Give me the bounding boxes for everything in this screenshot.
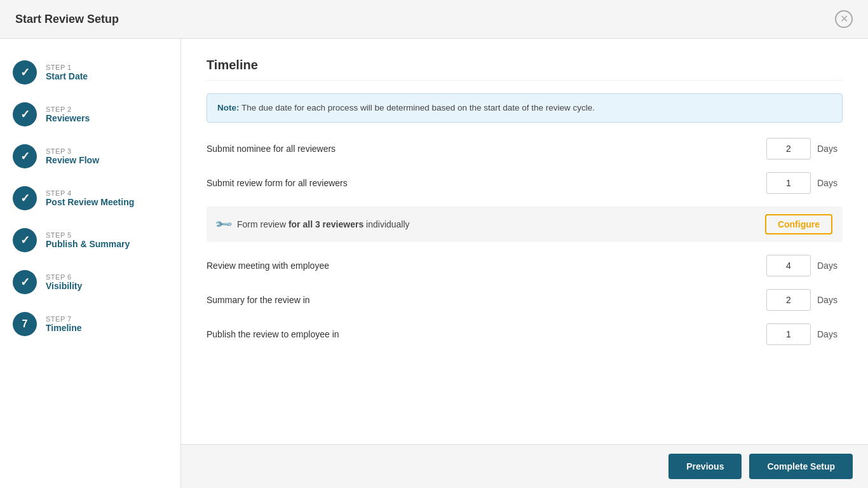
close-button[interactable]: ✕ — [835, 10, 853, 28]
sidebar-step-6[interactable]: STEP 6Visibility — [0, 261, 180, 303]
modal-header: Start Review Setup ✕ — [0, 0, 868, 39]
form-label-3: Summary for the review in — [207, 295, 766, 305]
form-label-4: Publish the review to employee in — [207, 329, 766, 339]
form-row-1: Submit review form for all reviewersDays — [207, 172, 843, 194]
sidebar-step-1[interactable]: STEP 1Start Date — [0, 51, 180, 93]
step-5-circle — [13, 228, 37, 252]
days-input-4[interactable] — [766, 323, 811, 345]
step-6-name: Visibility — [46, 281, 82, 291]
step-1-name: Start Date — [46, 71, 88, 81]
days-label-1: Days — [817, 178, 843, 188]
step-7-circle: 7 — [13, 312, 37, 336]
days-input-3[interactable] — [766, 289, 811, 311]
days-label-2: Days — [817, 261, 843, 271]
sidebar-step-2[interactable]: STEP 2Reviewers — [0, 93, 180, 135]
modal-title: Start Review Setup — [15, 13, 119, 26]
content-area: Timeline Note: The due date for each pro… — [181, 39, 868, 444]
sidebar: STEP 1Start DateSTEP 2ReviewersSTEP 3Rev… — [0, 39, 181, 488]
sidebar-step-5[interactable]: STEP 5Publish & Summary — [0, 219, 180, 261]
configure-button[interactable]: Configure — [765, 214, 832, 234]
step-1-circle — [13, 60, 37, 85]
step-1-label: STEP 1 — [46, 64, 88, 71]
step-7-label: STEP 7 — [46, 315, 82, 323]
sidebar-step-4[interactable]: STEP 4Post Review Meeting — [0, 177, 180, 219]
step-5-name: Publish & Summary — [46, 239, 130, 249]
note-prefix: Note: — [217, 103, 240, 112]
form-row-3: Summary for the review inDays — [207, 289, 843, 311]
section-title: Timeline — [207, 58, 843, 81]
main-content: Timeline Note: The due date for each pro… — [181, 39, 868, 488]
days-label-0: Days — [817, 144, 843, 154]
step-4-name: Post Review Meeting — [46, 197, 134, 207]
complete-setup-button[interactable]: Complete Setup — [749, 454, 853, 479]
form-rows: Submit nominee for all reviewersDaysSubm… — [207, 138, 843, 345]
step-3-label: STEP 3 — [46, 147, 99, 155]
previous-button[interactable]: Previous — [668, 454, 742, 479]
days-label-3: Days — [817, 295, 843, 305]
days-input-2[interactable] — [766, 255, 811, 276]
step-2-label: STEP 2 — [46, 105, 90, 113]
step-4-label: STEP 4 — [46, 189, 134, 197]
modal: Start Review Setup ✕ STEP 1Start DateSTE… — [0, 0, 868, 488]
configure-box: 🔧Form review for all 3 reviewers individ… — [207, 207, 843, 242]
step-6-circle — [13, 270, 37, 294]
form-row-0: Submit nominee for all reviewersDays — [207, 138, 843, 159]
days-input-0[interactable] — [766, 138, 811, 159]
form-row-2: Review meeting with employeeDays — [207, 255, 843, 276]
step-2-circle — [13, 102, 37, 126]
sidebar-step-7[interactable]: 7STEP 7Timeline — [0, 303, 180, 345]
note-text: The due date for each process will be de… — [241, 103, 595, 112]
step-2-name: Reviewers — [46, 113, 90, 123]
step-5-label: STEP 5 — [46, 231, 130, 239]
configure-box-text: Form review for all 3 reviewers individu… — [237, 219, 759, 229]
step-7-name: Timeline — [46, 323, 82, 333]
step-6-label: STEP 6 — [46, 273, 82, 281]
wrench-icon: 🔧 — [214, 215, 233, 234]
sidebar-step-3[interactable]: STEP 3Review Flow — [0, 135, 180, 177]
step-4-circle — [13, 186, 37, 210]
form-label-2: Review meeting with employee — [207, 261, 766, 271]
form-label-0: Submit nominee for all reviewers — [207, 144, 766, 154]
step-3-circle — [13, 144, 37, 168]
modal-body: STEP 1Start DateSTEP 2ReviewersSTEP 3Rev… — [0, 39, 868, 488]
days-label-4: Days — [817, 329, 843, 339]
days-input-1[interactable] — [766, 172, 811, 194]
form-row-4: Publish the review to employee inDays — [207, 323, 843, 345]
step-3-name: Review Flow — [46, 155, 99, 165]
footer: Previous Complete Setup — [181, 444, 868, 488]
note-box: Note: The due date for each process will… — [207, 93, 843, 123]
form-label-1: Submit review form for all reviewers — [207, 178, 766, 188]
